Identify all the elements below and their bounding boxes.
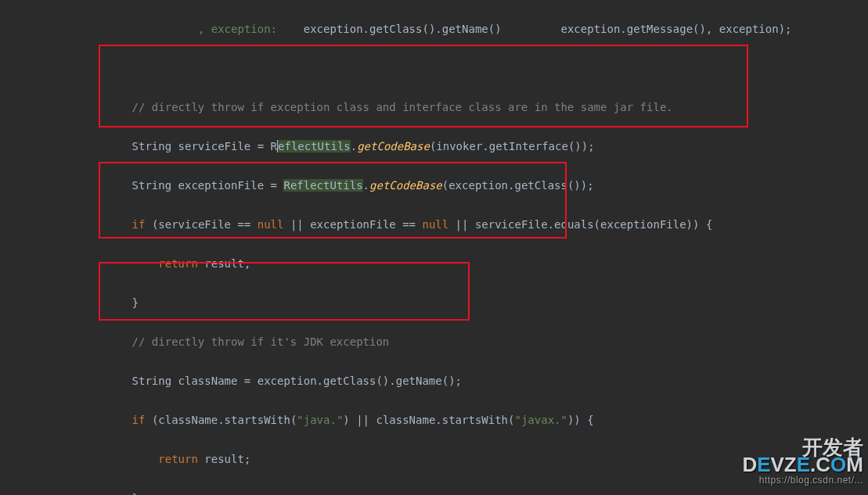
keyword: if	[132, 218, 152, 231]
code-line: String serviceFile = ReflectUtils.getCod…	[0, 137, 868, 156]
code-line: String className = exception.getClass().…	[0, 371, 868, 391]
code: || serviceFile.equals(exceptionFile)) {	[448, 218, 712, 231]
code-line: }	[0, 293, 868, 313]
method: getCodeBase	[369, 179, 442, 192]
code: String serviceFile = R	[132, 140, 277, 152]
brace: }	[132, 492, 139, 495]
code-line: // directly throw if exception class and…	[0, 98, 868, 117]
code: (serviceFile ==	[152, 218, 258, 231]
code-line: if (className.startsWith("java.") || cla…	[0, 411, 868, 430]
code-line: if (serviceFile == null || exceptionFile…	[0, 215, 868, 235]
code: (invoker.getInterface());	[430, 140, 595, 152]
code-line: return result;	[0, 254, 868, 274]
code: )) {	[567, 414, 594, 426]
keyword: if	[132, 414, 152, 426]
expr: exception.getClass().getName()	[304, 23, 502, 35]
keyword: return	[158, 453, 204, 465]
method: getCodeBase	[357, 140, 430, 152]
code-editor[interactable]: , exception: exception.getClass().getNam…	[0, 0, 868, 495]
code-line: // directly throw if it's JDK exception	[0, 332, 868, 352]
code: ) || className.startsWith(	[343, 414, 514, 426]
code: || exceptionFile ==	[283, 218, 422, 231]
code: (className.startsWith(	[152, 414, 297, 426]
code-line: }	[0, 489, 868, 495]
brace: }	[132, 296, 139, 309]
keyword: null	[422, 218, 448, 231]
classname: ReflectUtils	[283, 179, 362, 192]
code: (exception.getClass());	[442, 179, 594, 192]
code-line: return result;	[0, 450, 868, 469]
dot: .	[363, 179, 369, 192]
keyword: return	[158, 257, 204, 270]
expr: exception.getMessage(), exception);	[560, 23, 791, 35]
dot: .	[351, 140, 357, 152]
classname: flectUtils	[284, 140, 350, 152]
comment: // directly throw if it's JDK exception	[132, 335, 390, 348]
string-literal: , exception:	[198, 23, 284, 35]
code: String exceptionFile =	[132, 179, 284, 192]
string-literal: "java."	[297, 414, 343, 426]
code-line: String exceptionFile = ReflectUtils.getC…	[0, 176, 868, 195]
comment: // directly throw if exception class and…	[132, 101, 673, 113]
code-line	[0, 59, 868, 78]
string-literal: "javax."	[514, 414, 567, 426]
code: result;	[204, 453, 250, 465]
code: result;	[204, 257, 250, 270]
code: String className = exception.getClass().…	[132, 375, 462, 387]
code-line: , exception: exception.getClass().getNam…	[0, 20, 868, 39]
keyword: null	[258, 218, 284, 231]
